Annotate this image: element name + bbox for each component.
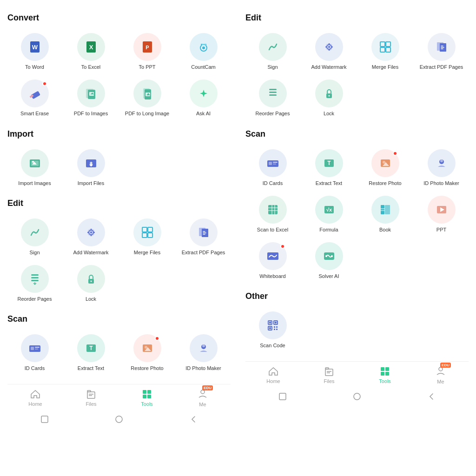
- ppt-scan-item[interactable]: PPT: [414, 193, 469, 236]
- pdf-to-images-item[interactable]: PDF to Images: [64, 77, 118, 119]
- nav-me-right[interactable]: EDU Me: [429, 365, 452, 384]
- watermark-right-icon-wrap: [315, 33, 343, 61]
- sys-square-right[interactable]: [277, 391, 288, 402]
- whiteboard-item[interactable]: Whiteboard: [245, 239, 300, 282]
- id-photo-left-item[interactable]: ID Photo Maker: [176, 331, 231, 374]
- ppt-scan-icon-wrap: [428, 196, 456, 224]
- svg-rect-86: [273, 162, 278, 163]
- smart-erase-item[interactable]: Smart Erase: [7, 77, 62, 119]
- nav-home-right-label: Home: [266, 378, 280, 384]
- extract-left-item[interactable]: Extract PDF Pages: [176, 216, 231, 258]
- svg-rect-39: [31, 274, 39, 276]
- reorder-left-item[interactable]: Reorder Pages: [7, 262, 62, 305]
- svg-rect-46: [35, 347, 40, 348]
- nav-tools-right[interactable]: Tools: [373, 366, 397, 384]
- extract-text-left-item[interactable]: T Extract Text: [64, 331, 118, 374]
- extract-text-left-icon-wrap: T: [77, 334, 105, 362]
- to-ppt-item[interactable]: P To PPT: [120, 30, 174, 73]
- extract-text-right-item[interactable]: T Extract Text: [302, 146, 356, 189]
- sign-right-icon-wrap: [259, 33, 287, 61]
- sys-circle-right[interactable]: [351, 391, 363, 402]
- watermark-left-item[interactable]: Add Watermark: [64, 216, 118, 258]
- svg-point-132: [354, 393, 360, 400]
- pdf-long-item[interactable]: PDF to Long Image: [120, 77, 174, 119]
- me-edu-badge-left: EDU: [197, 388, 208, 400]
- nav-tools-left[interactable]: Tools: [135, 389, 159, 407]
- import-title: Import: [7, 129, 231, 139]
- scan-left-grid: ID Cards T Extract Text: [7, 331, 231, 374]
- to-excel-icon-wrap: X: [77, 33, 105, 61]
- sign-right-label: Sign: [267, 64, 278, 70]
- to-word-item[interactable]: W To Word: [7, 30, 62, 73]
- restore-right-item[interactable]: Restore Photo: [358, 146, 412, 189]
- id-cards-right-item[interactable]: ID Cards: [245, 146, 300, 189]
- extract-left-label: Extract PDF Pages: [182, 249, 225, 256]
- solver-ai-icon-wrap: [315, 242, 343, 270]
- merge-left-icon-wrap: [133, 218, 161, 246]
- tools-icon-right: [379, 366, 390, 377]
- sign-icon: [27, 225, 42, 240]
- bottom-nav-right: Home Files Tools: [245, 361, 469, 386]
- scan-excel-item[interactable]: Scan to Excel: [245, 193, 300, 236]
- import-files-label: Import Files: [78, 180, 104, 186]
- sign-left-icon-wrap: [21, 218, 49, 246]
- book-item[interactable]: Book: [358, 193, 412, 236]
- solver-ai-item[interactable]: Solver AI: [302, 239, 356, 282]
- svg-rect-103: [385, 205, 390, 214]
- scan-code-item[interactable]: Scan Code: [245, 309, 300, 351]
- nav-files-right[interactable]: Files: [317, 366, 341, 384]
- extract-left-icon-wrap: [190, 218, 218, 246]
- whiteboard-badge: [280, 244, 285, 249]
- svg-rect-74: [386, 42, 390, 46]
- sys-square-left[interactable]: [39, 414, 50, 425]
- pdf-images-icon: [84, 86, 99, 101]
- restore-left-icon-wrap: [133, 334, 161, 362]
- lock-left-item[interactable]: Lock: [64, 262, 118, 305]
- pdf-images-label: PDF to Images: [74, 110, 108, 117]
- merge-left-item[interactable]: Merge Files: [120, 216, 174, 258]
- ask-ai-icon: [196, 86, 211, 101]
- ask-ai-item[interactable]: Ask AI: [176, 77, 231, 119]
- countcam-label: CountCam: [191, 64, 216, 70]
- import-files-item[interactable]: Import Files: [64, 146, 118, 189]
- lock-right-item[interactable]: Lock: [302, 77, 356, 119]
- nav-home-left[interactable]: Home: [24, 389, 47, 407]
- extract-right-item[interactable]: Extract PDF Pages: [414, 30, 469, 73]
- nav-home-right[interactable]: Home: [262, 366, 285, 384]
- merge-right-item[interactable]: Merge Files: [358, 30, 412, 73]
- reorder-right-item[interactable]: Reorder Pages: [245, 77, 300, 119]
- watermark-right-item[interactable]: Add Watermark: [302, 30, 356, 73]
- restore-left-label: Restore Photo: [131, 365, 163, 371]
- countcam-icon: 123: [196, 40, 211, 54]
- restore-right-icon: [378, 156, 393, 171]
- restore-left-item[interactable]: Restore Photo: [120, 331, 174, 374]
- formula-item[interactable]: √x Formula: [302, 193, 356, 236]
- svg-rect-75: [380, 47, 385, 52]
- countcam-item[interactable]: 123 CountCam: [176, 30, 231, 73]
- svg-point-43: [90, 281, 92, 282]
- sys-back-left[interactable]: [188, 414, 199, 425]
- import-images-item[interactable]: Import Images: [7, 146, 62, 189]
- sign-left-item[interactable]: Sign: [7, 216, 62, 258]
- import-images-icon: [27, 156, 42, 171]
- edu-tag-left: EDU: [202, 385, 213, 390]
- section-import: Import Import Images: [7, 129, 231, 189]
- pdf-long-icon: [140, 86, 155, 101]
- id-cards-left-item[interactable]: ID Cards: [7, 331, 62, 374]
- sys-back-right[interactable]: [426, 391, 437, 402]
- svg-rect-119: [276, 326, 278, 328]
- id-photo-right-item[interactable]: ID Photo Maker: [414, 146, 469, 189]
- sign-right-item[interactable]: Sign: [245, 30, 300, 73]
- restore-icon: [140, 341, 155, 356]
- lock-left-icon-wrap: [77, 265, 105, 293]
- svg-rect-129: [385, 372, 389, 376]
- svg-point-111: [331, 255, 333, 257]
- nav-me-left[interactable]: EDU Me: [191, 388, 214, 407]
- circle-icon-left: [114, 415, 124, 424]
- restore-right-label: Restore Photo: [369, 180, 401, 186]
- sys-circle-left[interactable]: [113, 414, 125, 425]
- pdf-long-icon-wrap: [133, 79, 161, 107]
- nav-files-left[interactable]: Files: [79, 389, 103, 407]
- to-excel-item[interactable]: X To Excel: [64, 30, 118, 73]
- svg-point-54: [202, 344, 205, 347]
